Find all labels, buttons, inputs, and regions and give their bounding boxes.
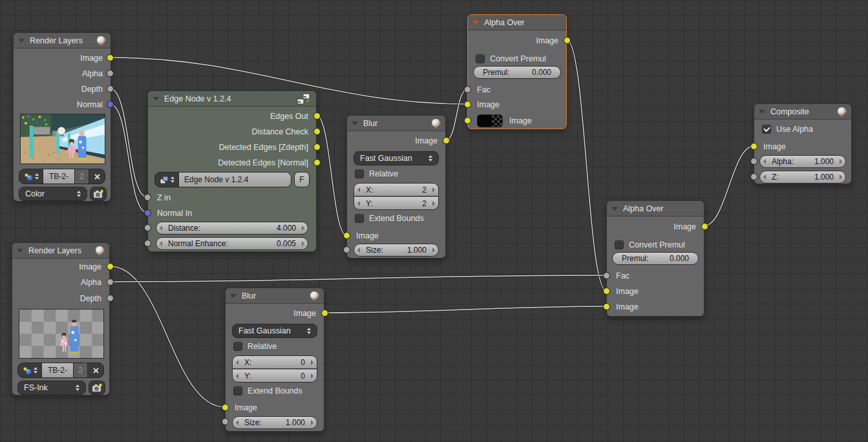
node-header[interactable]: Render Layers (12, 243, 109, 258)
socket-edge-distance-in[interactable] (144, 224, 151, 231)
decrement-arrow[interactable] (763, 174, 766, 180)
filter-type-select[interactable]: Fast Gaussian (354, 151, 439, 165)
blur-x-field[interactable]: X: 0 (232, 355, 317, 369)
socket-blur-bottom-image-out[interactable] (321, 310, 328, 317)
node-header[interactable]: Alpha Over (468, 15, 566, 30)
user-count-button[interactable]: 2 (74, 169, 89, 184)
socket-ao-right-image-out[interactable] (701, 223, 708, 230)
extend-bounds-checkbox[interactable] (233, 386, 242, 395)
blur-x-field[interactable]: X: 2 (354, 183, 439, 196)
unlink-button[interactable] (89, 169, 105, 184)
socket-rl-bottom-alpha-out[interactable] (107, 279, 114, 286)
socket-edge-detected-normal-out[interactable] (313, 159, 321, 166)
socket-edge-normal-enhance-in[interactable] (144, 240, 151, 247)
node-blur-top[interactable]: Blur Image Fast Gaussian Relative X: 2 Y… (346, 115, 446, 258)
collapse-triangle-icon[interactable] (611, 207, 618, 211)
decrement-arrow[interactable] (160, 241, 162, 246)
node-header[interactable]: Alpha Over (607, 201, 704, 216)
convert-premul-checkbox[interactable] (615, 240, 624, 249)
socket-edge-distance-check-out[interactable] (313, 128, 321, 135)
socket-rl-top-alpha-out[interactable] (107, 70, 114, 77)
decrement-arrow[interactable] (357, 187, 360, 193)
node-header[interactable]: Edge Node v 1.2.4 (148, 91, 316, 107)
size-slider[interactable]: Size: 1.000 (232, 416, 317, 429)
socket-rl-bottom-depth-out[interactable] (107, 295, 114, 302)
increment-arrow[interactable] (840, 174, 842, 180)
relative-checkbox[interactable] (233, 342, 242, 351)
preview-sphere-icon[interactable] (837, 107, 847, 116)
group-name-field[interactable]: Edge Node v 1.2.4 (178, 173, 291, 187)
relative-checkbox[interactable] (355, 169, 364, 178)
node-alpha-over-top[interactable]: Alpha Over Image Convert Premul Premul: … (467, 14, 567, 129)
collapse-triangle-icon[interactable] (230, 294, 237, 298)
increment-arrow[interactable] (311, 374, 313, 379)
socket-composite-z-in[interactable] (750, 173, 757, 180)
render-layer-select[interactable]: FS-Ink (17, 381, 86, 395)
increment-arrow[interactable] (432, 187, 435, 193)
decrement-arrow[interactable] (236, 360, 238, 365)
socket-rl-bottom-image-out[interactable] (107, 263, 114, 270)
increment-arrow[interactable] (311, 360, 313, 365)
decrement-arrow[interactable] (763, 159, 766, 164)
node-edge-node-group[interactable]: Edge Node v 1.2.4 Edges Out Distance Che… (147, 90, 317, 252)
increment-arrow[interactable] (311, 420, 313, 425)
socket-rl-top-image-out[interactable] (107, 54, 114, 61)
node-composite[interactable]: Composite Use Alpha Image Alpha: 1.000 Z… (754, 103, 852, 184)
preview-sphere-icon[interactable] (95, 246, 105, 255)
render-layer-select[interactable]: Color (19, 187, 87, 201)
decrement-arrow[interactable] (357, 247, 360, 253)
socket-edge-normal-in[interactable] (144, 209, 151, 216)
unlink-button[interactable] (87, 363, 103, 377)
preview-sphere-icon[interactable] (431, 118, 441, 128)
node-header[interactable]: Blur (347, 116, 445, 131)
scene-stepper-icon[interactable] (35, 173, 39, 180)
convert-premul-checkbox[interactable] (476, 54, 485, 63)
socket-rl-top-depth-out[interactable] (107, 85, 114, 92)
preview-sphere-icon[interactable] (310, 291, 319, 300)
socket-blur-top-image-in[interactable] (343, 232, 350, 239)
extend-bounds-checkbox[interactable] (355, 214, 364, 223)
relative-checkbox-row[interactable]: Relative (233, 341, 277, 352)
node-header[interactable]: Render Layers (14, 33, 111, 48)
increment-arrow[interactable] (840, 159, 842, 164)
increment-arrow[interactable] (302, 241, 304, 246)
fake-user-button[interactable]: F (294, 172, 310, 187)
preview-sphere-icon[interactable] (96, 36, 106, 45)
socket-rl-top-normal-out[interactable] (107, 101, 114, 108)
increment-arrow[interactable] (432, 247, 435, 253)
user-count-button[interactable]: 2 (73, 363, 87, 377)
node-alpha-over-right[interactable]: Alpha Over Image Convert Premul Premul: … (606, 200, 704, 317)
scene-stepper-icon[interactable] (34, 367, 37, 374)
collapse-triangle-icon[interactable] (17, 249, 23, 253)
socket-ao-top-image2-in[interactable] (464, 117, 471, 124)
scene-browse-button[interactable] (18, 363, 41, 377)
extend-bounds-checkbox-row[interactable]: Extend Bounds (355, 213, 424, 224)
increment-arrow[interactable] (302, 226, 304, 231)
z-field[interactable]: Z: 1.000 (759, 171, 846, 184)
rerender-layer-button[interactable] (90, 187, 107, 201)
extend-bounds-checkbox-row[interactable]: Extend Bounds (233, 385, 302, 396)
socket-composite-alpha-in[interactable] (750, 158, 757, 165)
distance-slider[interactable]: Distance: 4.000 (156, 222, 308, 235)
socket-blur-top-size-in[interactable] (343, 246, 350, 253)
collapse-triangle-icon[interactable] (18, 39, 25, 43)
use-alpha-checkbox-row[interactable]: Use Alpha (762, 123, 813, 134)
socket-blur-bottom-size-in[interactable] (222, 418, 229, 425)
socket-ao-right-image1-in[interactable] (603, 288, 610, 295)
collapse-triangle-icon[interactable] (352, 121, 358, 125)
group-browse-button[interactable] (155, 173, 178, 187)
premul-field[interactable]: Premul: 0.000 (473, 66, 561, 79)
node-render-layers-top[interactable]: Render Layers Image Alpha Depth Normal (13, 32, 111, 202)
collapse-triangle-icon[interactable] (759, 110, 765, 114)
rerender-layer-button[interactable] (89, 381, 105, 395)
socket-ao-right-image2-in[interactable] (603, 303, 610, 310)
alpha-field[interactable]: Alpha: 1.000 (759, 155, 846, 168)
blur-y-field[interactable]: Y: 2 (354, 196, 439, 210)
scene-selector[interactable]: TB-2- 2 (17, 363, 104, 378)
socket-edge-z-in[interactable] (144, 194, 151, 201)
socket-ao-right-fac-in[interactable] (603, 272, 610, 279)
socket-ao-top-fac-in[interactable] (464, 86, 471, 93)
decrement-arrow[interactable] (236, 420, 238, 425)
socket-composite-image-in[interactable] (750, 143, 757, 150)
group-datablock-selector[interactable]: Edge Node v 1.2.4 (154, 172, 291, 187)
